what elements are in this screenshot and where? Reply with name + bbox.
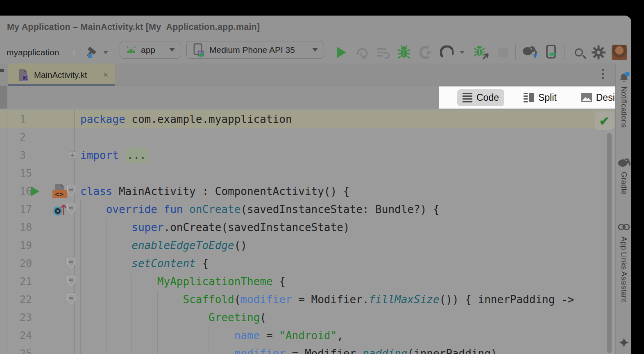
code-editor[interactable]: 1package com.example.myapplication23impo…	[0, 109, 615, 354]
gutter[interactable]: 20	[7, 254, 75, 272]
code-text-area[interactable]: MyApplicationTheme {	[75, 272, 615, 290]
code-text-area[interactable]: super.onCreate(savedInstanceState)	[75, 218, 615, 236]
code-text-area[interactable]: name = "Android",	[75, 327, 615, 345]
run-button[interactable]	[334, 41, 348, 64]
run-class-icon[interactable]	[31, 186, 39, 196]
gutter[interactable]: 21	[7, 272, 75, 290]
main-toolbar: › myapplication ›	[0, 41, 631, 64]
design-view-icon	[581, 93, 592, 102]
gutter[interactable]: 19	[7, 236, 75, 254]
overrides-method-icon[interactable]	[52, 203, 68, 218]
view-mode-switcher: Code Split Design	[439, 86, 615, 109]
gutter[interactable]: 23	[7, 309, 75, 327]
code-text-area[interactable]	[75, 164, 615, 182]
code-text-area[interactable]: package com.example.myapplication	[75, 110, 615, 128]
stripe-item-gradle[interactable]: Gradle	[616, 157, 631, 195]
gutter[interactable]: 2	[7, 128, 75, 146]
code-text-area[interactable]: override fun onCreate(savedInstanceState…	[75, 200, 615, 218]
attach-debugger-button[interactable]	[472, 41, 490, 64]
code-text-area[interactable]: Scaffold(modifier = Modifier.fillMaxSize…	[75, 290, 615, 309]
search-everywhere-button[interactable]	[570, 41, 587, 64]
stripe-item-app-links[interactable]: App Links Assistant	[616, 221, 631, 302]
line-number: 23	[20, 309, 32, 327]
gutter[interactable]: 1	[7, 110, 75, 128]
code-line-25[interactable]: 25 modifier = Modifier.padding(innerPadd…	[0, 345, 615, 354]
module-selector-label: app	[141, 45, 155, 55]
gutter[interactable]: 15	[7, 164, 75, 182]
debug-button[interactable]	[396, 41, 412, 64]
code-line-21[interactable]: 21 MyApplicationTheme {	[0, 272, 615, 290]
gutter-edge	[0, 327, 7, 345]
code-line-3[interactable]: 3import ...	[0, 146, 615, 164]
code-text-area[interactable]: setContent {	[75, 254, 615, 272]
module-selector[interactable]: app	[120, 41, 181, 59]
code-line-19[interactable]: 19 enableEdgeToEdge()	[0, 236, 615, 254]
inspection-widget[interactable]: ✔	[595, 111, 614, 130]
gutter[interactable]: 22	[7, 290, 75, 309]
android-studio-window: My Application – MainActivity.kt [My_App…	[0, 16, 631, 354]
apply-code-changes-button[interactable]	[374, 41, 391, 64]
code-text-area[interactable]: Greeting(	[75, 309, 615, 327]
code-text-area[interactable]	[75, 128, 615, 146]
stripe-label-app-links: App Links Assistant	[619, 236, 628, 302]
code-line-22[interactable]: 22 Scaffold(modifier = Modifier.fillMaxS…	[0, 290, 615, 309]
code-text-area[interactable]: modifier = Modifier.padding(innerPadding…	[75, 345, 615, 354]
tab-label: MainActivity.kt	[34, 70, 87, 80]
device-manager-button[interactable]	[543, 41, 560, 64]
code-line-24[interactable]: 24 name = "Android",	[0, 327, 615, 345]
profiler-dropdown-caret[interactable]	[458, 41, 466, 64]
fold-collapse-icon[interactable]	[67, 294, 75, 304]
device-selector[interactable]: Medium Phone API 35	[186, 41, 324, 59]
build-button[interactable]	[84, 41, 108, 64]
gradle-elephant-icon	[617, 157, 630, 168]
code-line-15[interactable]: 15	[0, 164, 615, 182]
build-dropdown-caret[interactable]	[103, 51, 108, 54]
fold-collapse-icon[interactable]	[67, 258, 75, 268]
apply-changes-button[interactable]: A	[354, 41, 370, 64]
editor-scrollbar[interactable]	[607, 133, 612, 353]
gradle-sync-button[interactable]	[519, 41, 540, 64]
fold-collapse-icon[interactable]	[67, 276, 75, 286]
line-number: 1	[20, 110, 26, 128]
code-text: class MainActivity : ComponentActivity()…	[80, 182, 349, 200]
code-text-area[interactable]: import ...	[75, 146, 615, 164]
editor-options-icon[interactable]	[602, 69, 604, 79]
code-line-23[interactable]: 23 Greeting(	[0, 309, 615, 327]
view-mode-split-button[interactable]: Split	[518, 89, 562, 106]
code-line-1[interactable]: 1package com.example.myapplication	[0, 110, 615, 128]
code-text-area[interactable]: class MainActivity : ComponentActivity()…	[75, 182, 615, 200]
code-line-2[interactable]: 2	[0, 128, 615, 146]
code-text-area[interactable]: enableEdgeToEdge()	[75, 236, 615, 254]
breadcrumb[interactable]: myapplication	[7, 41, 59, 64]
code-lines: 1package com.example.myapplication23impo…	[0, 110, 615, 354]
code-line-17[interactable]: 17 override fun onCreate(savedInstanceSt…	[0, 200, 615, 218]
stop-button[interactable]	[496, 41, 510, 64]
compose-preview-icon[interactable]: <>	[50, 184, 68, 201]
left-stripe-icon[interactable]	[0, 69, 4, 72]
code-text: enableEdgeToEdge()	[80, 236, 247, 254]
fold-collapse-icon[interactable]	[67, 204, 75, 214]
tab-close-icon[interactable]: ×	[103, 70, 108, 79]
gutter[interactable]: 18	[7, 218, 75, 236]
gutter[interactable]: 17	[7, 200, 75, 218]
run-with-coverage-button[interactable]	[418, 41, 434, 64]
code-line-16[interactable]: 16<>class MainActivity : ComponentActivi…	[0, 182, 615, 200]
profile-button[interactable]	[610, 41, 628, 64]
svg-text:A: A	[359, 52, 363, 58]
stripe-item-notifications[interactable]: Notifications	[616, 71, 631, 128]
gutter[interactable]: 24	[7, 327, 75, 345]
code-line-20[interactable]: 20 setContent {	[0, 254, 615, 272]
stripe-item-gemini[interactable]	[616, 336, 631, 351]
gutter[interactable]: 3	[7, 146, 75, 164]
fold-collapse-icon[interactable]	[67, 186, 75, 196]
profiler-button[interactable]	[439, 41, 456, 64]
code-line-18[interactable]: 18 super.onCreate(savedInstanceState)	[0, 218, 615, 236]
settings-button[interactable]	[590, 41, 607, 64]
gutter[interactable]: 16<>	[7, 182, 75, 200]
gutter[interactable]: 25	[7, 345, 75, 354]
gutter-edge	[0, 182, 7, 200]
line-number: 25	[20, 345, 32, 354]
tab-mainactivity[interactable]: MainActivity.kt ×	[8, 64, 115, 86]
view-mode-code-button[interactable]: Code	[457, 89, 504, 106]
profiler-icon	[440, 45, 456, 59]
